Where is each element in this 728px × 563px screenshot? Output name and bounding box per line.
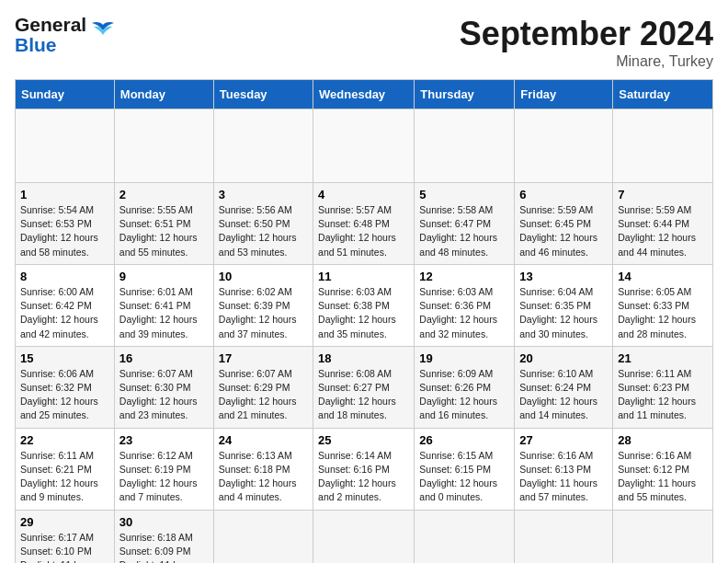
- calendar-day-cell: 13Sunrise: 6:04 AM Sunset: 6:35 PM Dayli…: [515, 264, 613, 346]
- day-number: 10: [219, 270, 308, 283]
- calendar-day-cell: 27Sunrise: 6:16 AM Sunset: 6:13 PM Dayli…: [515, 428, 613, 510]
- day-info: Sunrise: 5:56 AM Sunset: 6:50 PM Dayligh…: [219, 203, 308, 259]
- day-number: 13: [519, 270, 608, 283]
- calendar-day-cell: 20Sunrise: 6:10 AM Sunset: 6:24 PM Dayli…: [515, 346, 613, 428]
- calendar-week-row: 8Sunrise: 6:00 AM Sunset: 6:42 PM Daylig…: [16, 264, 713, 346]
- month-title: September 2024: [460, 15, 713, 53]
- calendar-day-cell: 14Sunrise: 6:05 AM Sunset: 6:33 PM Dayli…: [613, 264, 713, 346]
- day-info: Sunrise: 6:14 AM Sunset: 6:16 PM Dayligh…: [318, 449, 409, 505]
- day-info: Sunrise: 6:00 AM Sunset: 6:42 PM Dayligh…: [20, 285, 109, 341]
- calendar-day-cell: 29Sunrise: 6:17 AM Sunset: 6:10 PM Dayli…: [16, 510, 115, 563]
- day-info: Sunrise: 6:03 AM Sunset: 6:38 PM Dayligh…: [318, 285, 409, 341]
- empty-cell: [213, 109, 313, 183]
- calendar-day-cell: 25Sunrise: 6:14 AM Sunset: 6:16 PM Dayli…: [313, 428, 415, 510]
- day-number: 22: [20, 433, 109, 447]
- calendar-day-cell: 12Sunrise: 6:03 AM Sunset: 6:36 PM Dayli…: [415, 264, 515, 346]
- day-info: Sunrise: 6:02 AM Sunset: 6:39 PM Dayligh…: [219, 285, 308, 341]
- calendar-week-row: 29Sunrise: 6:17 AM Sunset: 6:10 PM Dayli…: [16, 510, 713, 563]
- logo-bird-icon: [90, 21, 116, 41]
- weekday-header: Friday: [515, 80, 613, 109]
- day-info: Sunrise: 6:03 AM Sunset: 6:36 PM Dayligh…: [419, 285, 509, 341]
- weekday-header: Thursday: [415, 80, 515, 109]
- day-info: Sunrise: 6:17 AM Sunset: 6:10 PM Dayligh…: [20, 531, 109, 564]
- empty-cell: [415, 109, 515, 183]
- calendar-day-cell: 24Sunrise: 6:13 AM Sunset: 6:18 PM Dayli…: [213, 428, 313, 510]
- empty-cell: [16, 109, 115, 183]
- empty-cell: [515, 109, 613, 183]
- day-info: Sunrise: 6:15 AM Sunset: 6:15 PM Dayligh…: [419, 449, 509, 505]
- day-number: 26: [419, 433, 509, 447]
- calendar-week-row: 22Sunrise: 6:11 AM Sunset: 6:21 PM Dayli…: [16, 428, 713, 510]
- day-info: Sunrise: 5:57 AM Sunset: 6:48 PM Dayligh…: [318, 203, 409, 259]
- weekday-header: Tuesday: [213, 80, 313, 109]
- day-info: Sunrise: 6:06 AM Sunset: 6:32 PM Dayligh…: [20, 367, 109, 423]
- empty-cell: [114, 109, 213, 183]
- empty-cell: [515, 510, 613, 563]
- day-number: 5: [419, 188, 509, 201]
- day-info: Sunrise: 5:55 AM Sunset: 6:51 PM Dayligh…: [119, 203, 209, 259]
- day-number: 30: [119, 515, 209, 529]
- day-info: Sunrise: 6:16 AM Sunset: 6:12 PM Dayligh…: [618, 449, 708, 505]
- page-header: General Blue September 2024 Minare, Turk…: [15, 15, 713, 70]
- day-number: 27: [519, 433, 608, 447]
- calendar-day-cell: 15Sunrise: 6:06 AM Sunset: 6:32 PM Dayli…: [16, 346, 115, 428]
- day-number: 23: [119, 433, 209, 447]
- empty-cell: [415, 510, 515, 563]
- empty-cell: [213, 510, 313, 563]
- empty-cell: [613, 510, 713, 563]
- calendar-day-cell: 17Sunrise: 6:07 AM Sunset: 6:29 PM Dayli…: [213, 346, 313, 428]
- day-info: Sunrise: 6:09 AM Sunset: 6:26 PM Dayligh…: [419, 367, 509, 423]
- logo: General Blue: [15, 15, 116, 55]
- day-info: Sunrise: 5:58 AM Sunset: 6:47 PM Dayligh…: [419, 203, 509, 259]
- calendar-day-cell: 23Sunrise: 6:12 AM Sunset: 6:19 PM Dayli…: [114, 428, 213, 510]
- day-number: 29: [20, 515, 109, 529]
- calendar-day-cell: 9Sunrise: 6:01 AM Sunset: 6:41 PM Daylig…: [114, 264, 213, 346]
- day-info: Sunrise: 5:54 AM Sunset: 6:53 PM Dayligh…: [20, 203, 109, 259]
- day-number: 9: [119, 270, 209, 283]
- day-info: Sunrise: 5:59 AM Sunset: 6:45 PM Dayligh…: [519, 203, 608, 259]
- calendar-day-cell: 2Sunrise: 5:55 AM Sunset: 6:51 PM Daylig…: [114, 183, 213, 265]
- day-number: 2: [119, 188, 209, 201]
- logo-blue: Blue: [15, 35, 86, 55]
- day-info: Sunrise: 6:05 AM Sunset: 6:33 PM Dayligh…: [618, 285, 708, 341]
- day-number: 21: [618, 351, 708, 365]
- title-block: September 2024 Minare, Turkey: [460, 15, 713, 70]
- day-number: 1: [20, 188, 109, 201]
- day-number: 20: [519, 351, 608, 365]
- day-info: Sunrise: 6:13 AM Sunset: 6:18 PM Dayligh…: [219, 449, 308, 505]
- weekday-header: Sunday: [16, 80, 115, 109]
- day-info: Sunrise: 6:08 AM Sunset: 6:27 PM Dayligh…: [318, 367, 409, 423]
- day-info: Sunrise: 6:07 AM Sunset: 6:30 PM Dayligh…: [119, 367, 209, 423]
- calendar-week-row: 15Sunrise: 6:06 AM Sunset: 6:32 PM Dayli…: [16, 346, 713, 428]
- calendar-header-row: SundayMondayTuesdayWednesdayThursdayFrid…: [16, 80, 713, 109]
- day-info: Sunrise: 6:18 AM Sunset: 6:09 PM Dayligh…: [119, 531, 209, 564]
- weekday-header: Monday: [114, 80, 213, 109]
- calendar-day-cell: 21Sunrise: 6:11 AM Sunset: 6:23 PM Dayli…: [613, 346, 713, 428]
- calendar-day-cell: 8Sunrise: 6:00 AM Sunset: 6:42 PM Daylig…: [16, 264, 115, 346]
- calendar-day-cell: 3Sunrise: 5:56 AM Sunset: 6:50 PM Daylig…: [213, 183, 313, 265]
- calendar-week-row: [16, 109, 713, 183]
- day-number: 25: [318, 433, 409, 447]
- weekday-header: Saturday: [613, 80, 713, 109]
- day-number: 3: [219, 188, 308, 201]
- day-number: 7: [618, 188, 708, 201]
- day-number: 17: [219, 351, 308, 365]
- day-number: 19: [419, 351, 509, 365]
- day-info: Sunrise: 5:59 AM Sunset: 6:44 PM Dayligh…: [618, 203, 708, 259]
- calendar-day-cell: 26Sunrise: 6:15 AM Sunset: 6:15 PM Dayli…: [415, 428, 515, 510]
- day-number: 18: [318, 351, 409, 365]
- calendar-day-cell: 16Sunrise: 6:07 AM Sunset: 6:30 PM Dayli…: [114, 346, 213, 428]
- empty-cell: [613, 109, 713, 183]
- day-number: 16: [119, 351, 209, 365]
- logo-general: General: [15, 15, 86, 35]
- day-number: 8: [20, 270, 109, 283]
- calendar-day-cell: 11Sunrise: 6:03 AM Sunset: 6:38 PM Dayli…: [313, 264, 415, 346]
- day-info: Sunrise: 6:01 AM Sunset: 6:41 PM Dayligh…: [119, 285, 209, 341]
- day-info: Sunrise: 6:11 AM Sunset: 6:21 PM Dayligh…: [20, 449, 109, 505]
- weekday-header: Wednesday: [313, 80, 415, 109]
- day-number: 12: [419, 270, 509, 283]
- day-number: 28: [618, 433, 708, 447]
- empty-cell: [313, 510, 415, 563]
- calendar-day-cell: 6Sunrise: 5:59 AM Sunset: 6:45 PM Daylig…: [515, 183, 613, 265]
- calendar-day-cell: 5Sunrise: 5:58 AM Sunset: 6:47 PM Daylig…: [415, 183, 515, 265]
